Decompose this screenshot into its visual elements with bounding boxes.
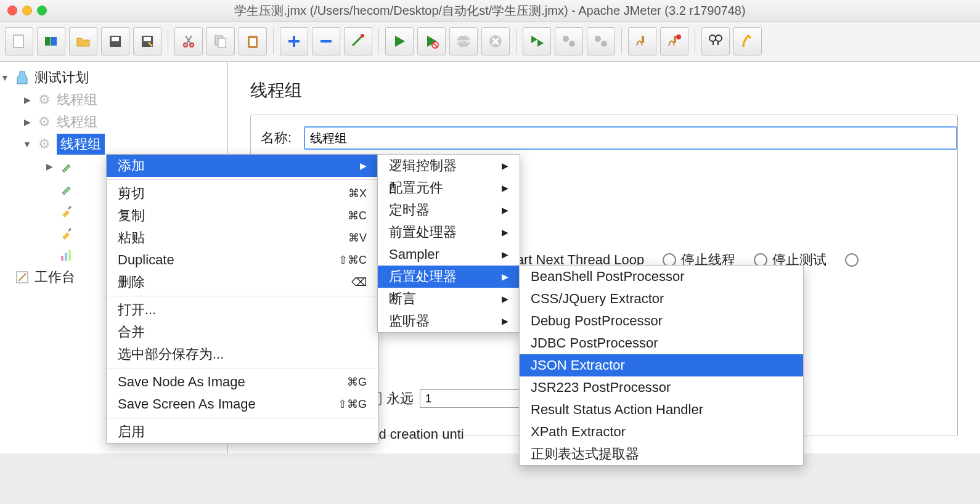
menu-open[interactable]: 打开... [107,299,378,321]
menu-save-screen-image[interactable]: Save Screen As Image⇧⌘G [107,393,378,415]
start-no-timer-icon[interactable] [417,27,446,55]
gear-icon: ⚙ [36,113,53,131]
window-title: 学生压测.jmx (/Users/hecom/Desktop/自动化st/学生压… [0,2,980,19]
context-menu: 添加▶ 剪切⌘X 复制⌘C 粘贴⌘V Duplicate⇧⌘C 删除⌫ 打开..… [106,154,378,444]
pp-regex[interactable]: 正则表达式提取器 [520,443,803,453]
svg-rect-26 [61,256,63,261]
gear-icon: ⚙ [36,91,53,108]
svg-rect-1 [45,37,51,46]
shutdown-icon[interactable] [481,27,510,55]
svg-rect-12 [250,38,256,46]
svg-rect-22 [674,36,676,43]
radio-more[interactable] [845,253,864,267]
menu-delete[interactable]: 删除⌫ [107,271,378,293]
name-label: 名称: [261,129,304,147]
svg-point-19 [595,36,601,42]
name-input[interactable] [304,126,957,150]
open-icon[interactable] [69,27,97,55]
svg-rect-4 [112,37,119,41]
save-icon[interactable] [101,27,129,55]
submenu-postprocessor: BeanShell PostProcessor CSS/JQuery Extra… [519,265,804,453]
clear-all-icon[interactable] [660,27,688,55]
pp-result-status[interactable]: Result Status Action Handler [520,399,803,421]
cut-icon[interactable] [174,27,203,55]
submenu-post[interactable]: 后置处理器▶ [378,266,520,288]
remote-shutdown-icon[interactable] [587,27,615,55]
svg-rect-10 [218,38,226,47]
templates-icon[interactable] [37,27,65,55]
menu-add[interactable]: 添加▶ [107,155,378,177]
testplan-icon [14,69,31,86]
pp-beanshell[interactable]: BeanShell PostProcessor [520,266,803,288]
dropper-icon [58,180,75,197]
submenu-timer[interactable]: 定时器▶ [378,199,520,221]
menu-save-selection[interactable]: 选中部分保存为... [107,343,378,365]
copy-icon[interactable] [206,27,235,55]
remote-start-icon[interactable] [523,27,551,55]
submenu-config[interactable]: 配置元件▶ [378,177,520,199]
dropper-icon [58,158,75,175]
tree-label: 线程组 [57,113,97,131]
gear-icon: ⚙ [36,136,53,153]
svg-point-17 [563,36,569,42]
menu-merge[interactable]: 合并 [107,321,378,343]
tree-root[interactable]: ▼ 测试计划 [0,67,227,89]
pp-jdbc[interactable]: JDBC PostProcessor [520,332,803,354]
svg-rect-21 [642,36,644,43]
tree-node-threadgroup[interactable]: ▶ ⚙ 线程组 [0,111,227,133]
toggle-icon[interactable] [344,27,372,55]
menu-enable[interactable]: 启用 [107,421,378,443]
submenu-listener[interactable]: 监听器▶ [378,310,520,332]
expand-icon[interactable] [280,27,308,55]
svg-rect-0 [14,35,23,47]
svg-rect-6 [144,37,151,41]
submenu-pre[interactable]: 前置处理器▶ [378,221,520,243]
start-icon[interactable] [385,27,414,55]
pp-debug[interactable]: Debug PostProcessor [520,310,803,332]
submenu-sampler[interactable]: Sampler▶ [378,243,520,266]
svg-point-23 [676,35,681,39]
svg-text:STOP: STOP [457,39,470,44]
tree-node-threadgroup-selected[interactable]: ▼ ⚙ 线程组 [0,133,227,155]
save-as-icon[interactable] [133,27,161,55]
menu-cut[interactable]: 剪切⌘X [107,182,378,205]
tree-label: 线程组 [57,91,97,109]
svg-rect-2 [51,37,57,46]
pp-jsr223[interactable]: JSR223 PostProcessor [520,376,803,399]
workbench-icon [14,269,31,286]
wrench-icon [58,202,75,219]
titlebar: 学生压测.jmx (/Users/hecom/Desktop/自动化st/学生压… [0,0,980,22]
svg-point-13 [361,34,364,38]
collapse-icon[interactable] [312,27,340,55]
stop-icon[interactable]: STOP [449,27,478,55]
wrench-icon [58,224,75,242]
svg-point-18 [569,41,575,47]
clear-icon[interactable] [628,27,656,55]
reset-search-icon[interactable] [733,27,762,55]
svg-rect-27 [65,253,67,261]
search-icon[interactable] [701,27,730,55]
new-icon[interactable] [5,27,33,55]
pp-css-jquery[interactable]: CSS/JQuery Extractor [520,288,803,310]
tree-label: 工作台 [35,268,75,287]
submenu-add: 逻辑控制器▶ 配置元件▶ 定时器▶ 前置处理器▶ Sampler▶ 后置处理器▶… [377,154,520,333]
paste-icon[interactable] [239,27,267,55]
menu-copy[interactable]: 复制⌘C [107,205,378,227]
submenu-logic[interactable]: 逻辑控制器▶ [378,155,520,177]
tree-node-threadgroup[interactable]: ▶ ⚙ 线程组 [0,89,227,111]
chart-icon [58,246,75,264]
svg-point-25 [716,35,722,41]
menu-save-node-image[interactable]: Save Node As Image⌘G [107,371,378,393]
menu-paste[interactable]: 粘贴⌘V [107,227,378,249]
toolbar: STOP [0,22,980,62]
menu-duplicate[interactable]: Duplicate⇧⌘C [107,249,378,271]
tree-label: 线程组 [57,134,105,155]
svg-point-24 [709,35,716,41]
svg-point-20 [601,41,607,47]
remote-stop-icon[interactable] [555,27,583,55]
svg-rect-28 [68,250,71,261]
pp-xpath[interactable]: XPath Extractor [520,421,803,443]
tree-label: 测试计划 [35,68,89,87]
pp-json-extractor[interactable]: JSON Extractor [520,354,803,376]
submenu-assert[interactable]: 断言▶ [378,288,520,310]
